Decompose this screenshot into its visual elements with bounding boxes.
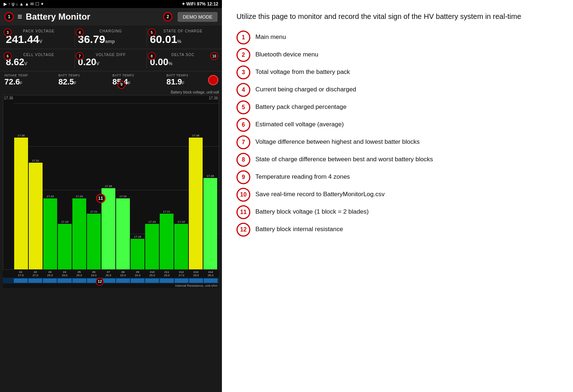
x-label: #1125.0 xyxy=(160,270,174,277)
bar xyxy=(131,239,144,269)
bar-value-label: 17.16 xyxy=(134,235,141,238)
annotation-circle: 1 xyxy=(236,31,250,44)
batt-temp2-label: BATT TEMP2 xyxy=(112,74,164,77)
resistance-label: Internal Resistance, unit:ohm xyxy=(3,284,219,288)
bar xyxy=(116,198,130,269)
bar-group: 17.31 xyxy=(29,159,43,269)
description-text: Battery pack charged percentage xyxy=(255,100,558,111)
bar xyxy=(174,224,188,269)
delta-soc-block: 8 10 DELTA SOC 0.00% xyxy=(147,51,219,69)
bar-value-label: 17.28 xyxy=(207,174,214,178)
x-label: #624.0 xyxy=(87,270,101,277)
batt-temp1-value: 82.5F xyxy=(59,77,110,87)
description-text: Bluetooth device menu xyxy=(255,48,558,59)
annotation-10: 10 xyxy=(210,52,218,60)
bar xyxy=(160,214,174,269)
description-item: 6Estimated cell voltage (average) xyxy=(236,118,558,132)
bar xyxy=(43,198,57,269)
description-text: Battery block internal resistance xyxy=(255,223,558,234)
annotation-11: 11 xyxy=(96,194,106,203)
description-item: 5Battery pack charged percentage xyxy=(236,100,558,114)
resistance-block xyxy=(160,278,174,283)
bar-group: 17.19 xyxy=(145,220,159,269)
annotation-circle: 9 xyxy=(236,170,250,184)
batt-temp1-block: BATT TEMP1 82.5F xyxy=(57,73,111,87)
annotation-7: 7 xyxy=(76,52,84,60)
status-icons-right: ✦ WiFi 97% 12:12 xyxy=(182,1,218,7)
resistance-row: 12 xyxy=(3,278,219,284)
bar xyxy=(72,198,86,269)
temperature-row: INTAKE TEMP 72.6F BATT TEMP1 82.5F 9 BAT… xyxy=(0,71,222,89)
resistance-block xyxy=(116,278,130,283)
x-label: #1025.0 xyxy=(145,270,159,277)
bar-value-label: 17.19 xyxy=(178,220,185,223)
description-item: 2Bluetooth device menu xyxy=(236,48,558,62)
voltage-diff-value: 0.20V xyxy=(78,57,144,67)
resistance-block xyxy=(175,278,188,283)
bar-group: 17.24 xyxy=(72,195,86,269)
phone-panel: ▶ ↑ ψ ↓ ▲ ▲ ✉ ☐ ✦ ✦ WiFi 97% 12:12 1 ≡ B… xyxy=(0,0,222,392)
description-item: 12Battery block internal resistance xyxy=(236,223,558,237)
intake-temp-label: INTAKE TEMP xyxy=(4,74,56,77)
description-item: 8State of charge difference between best… xyxy=(236,153,558,167)
description-item: 10Save real-time record to BatteryMonito… xyxy=(236,188,558,202)
description-item: 4Current being charged or discharged xyxy=(236,83,558,97)
resistance-block xyxy=(189,278,203,283)
bar xyxy=(145,224,159,269)
bar xyxy=(58,224,72,269)
description-item: 3Total voltage from the battery pack xyxy=(236,66,558,79)
bar-group: 17.24 xyxy=(43,195,57,269)
bar-chart: 17.3617.3117.2417.1917.2417.2117.2617.24… xyxy=(3,109,219,269)
annotation-circle: 12 xyxy=(236,223,250,237)
annotation-5: 5 xyxy=(148,28,156,36)
record-button[interactable] xyxy=(208,75,218,85)
bar-group: 17.19 xyxy=(174,220,188,269)
app-title: Battery Monitor xyxy=(26,12,160,22)
cell-voltage-block: 6 CELL VOLTAGE 8.62V xyxy=(3,51,75,69)
annotation-4: 4 xyxy=(76,28,84,36)
description-text: Battery block voltage (1 block = 2 blade… xyxy=(255,205,558,216)
bar-group: 17.16 xyxy=(131,235,144,269)
description-text: Total voltage from the battery pack xyxy=(255,66,558,76)
resistance-block xyxy=(72,278,86,283)
voltage-diff-block: 7 VOLTAGE DIFF 0.20V xyxy=(75,51,147,69)
bar-value-label: 17.24 xyxy=(119,195,127,198)
bar-value-label: 17.26 xyxy=(105,185,112,188)
pack-voltage-value: 241.44V xyxy=(6,33,72,45)
pack-voltage-label: PACK VOLTAGE xyxy=(6,29,72,33)
bar-group: 17.28 xyxy=(203,174,217,269)
bar-group: 17.21 xyxy=(87,210,101,269)
x-label: #825.0 xyxy=(116,270,130,277)
x-label: #325.0 xyxy=(43,270,57,277)
cell-voltage-value: 8.62V xyxy=(6,57,72,67)
bar-value-label: 17.19 xyxy=(148,220,156,223)
demo-mode-button[interactable]: DEMO MODE xyxy=(178,12,218,22)
resistance-block xyxy=(14,278,28,283)
bar-group: 17.19 xyxy=(58,220,72,269)
main-menu-icon[interactable]: ≡ xyxy=(17,12,22,21)
x-label: #1325.0 xyxy=(189,270,203,277)
clock: 12:12 xyxy=(207,1,218,7)
bar-value-label: 17.24 xyxy=(76,195,83,198)
x-label: #425.0 xyxy=(57,270,71,277)
bar xyxy=(203,178,217,269)
x-label: #127.0 xyxy=(14,270,28,277)
x-label: #525.0 xyxy=(72,270,86,277)
description-text: Voltage difference between highest and l… xyxy=(255,135,558,146)
status-icons: ▶ ↑ ψ ↓ ▲ ▲ ✉ ☐ ✦ xyxy=(4,1,44,7)
bar-value-label: 17.19 xyxy=(61,220,68,223)
annotation-circle: 2 xyxy=(236,48,250,62)
annotation-circle: 5 xyxy=(236,100,250,114)
description-text: Save real-time record to BatteryMonitorL… xyxy=(255,188,558,199)
battery-level: 97% xyxy=(197,1,206,7)
chart-container: 17.36 17.36 17.3617.3117.2417.1917.2417.… xyxy=(3,95,219,270)
state-of-charge-value: 60.01% xyxy=(150,33,216,45)
description-text: Estimated cell voltage (average) xyxy=(255,118,558,129)
resistance-block xyxy=(43,278,57,283)
description-text: State of charge difference between best … xyxy=(255,153,558,164)
intake-temp-value: 72.6F xyxy=(4,77,56,87)
annotation-3: 3 xyxy=(4,28,12,36)
charging-label: CHARGING xyxy=(78,29,144,33)
status-bar: ▶ ↑ ψ ↓ ▲ ▲ ✉ ☐ ✦ ✦ WiFi 97% 12:12 xyxy=(0,0,222,8)
x-label: #725.0 xyxy=(102,270,115,277)
